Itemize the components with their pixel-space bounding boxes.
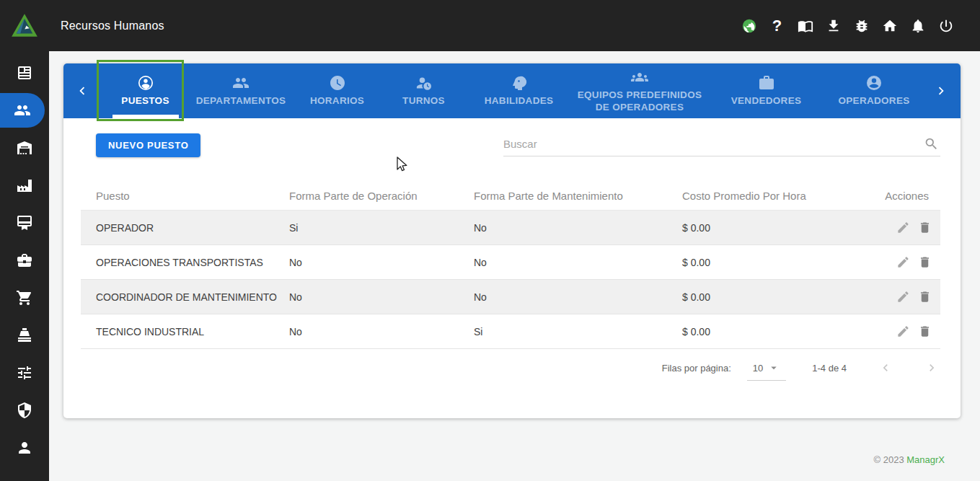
table-header: Puesto Forma Parte de Operación Forma Pa… — [81, 181, 940, 211]
edit-icon[interactable] — [896, 290, 910, 304]
tabs-scroll-right-button[interactable] — [922, 63, 961, 118]
home-icon[interactable] — [881, 17, 898, 34]
sidebar-item-human-resources[interactable] — [0, 93, 45, 128]
table-row: OPERACIONES TRANSPORTISTASNoNo$ 0.00 — [81, 245, 940, 280]
pagination: Filas por página: 10 1-4 de 4 — [63, 361, 939, 375]
edit-icon[interactable] — [896, 325, 910, 338]
cell-mantenimiento: No — [474, 291, 682, 303]
next-page-button[interactable] — [924, 361, 939, 375]
cell-actions — [862, 325, 940, 338]
cell-puesto: TECNICO INDUSTRIAL — [81, 326, 289, 337]
sidebar-item-certificate[interactable] — [0, 204, 49, 242]
tab-vendedores[interactable]: VENDEDORES — [707, 63, 826, 118]
sidebar-item-person[interactable] — [0, 429, 49, 467]
edit-icon[interactable] — [896, 221, 910, 234]
table-row: OPERADORSiNo$ 0.00 — [81, 211, 940, 245]
cell-puesto: OPERACIONES TRANSPORTISTAS — [81, 257, 289, 268]
logo-icon[interactable] — [9, 11, 40, 41]
rows-per-page-value: 10 — [753, 363, 763, 374]
previous-page-button[interactable] — [878, 361, 893, 375]
search-input[interactable] — [503, 133, 907, 154]
col-operacion-header: Forma Parte de Operación — [289, 190, 474, 202]
delete-icon[interactable] — [918, 255, 932, 269]
tab-habilidades[interactable]: HABILIDADES — [465, 63, 573, 118]
shield-icon — [16, 402, 33, 419]
news-icon — [16, 64, 33, 81]
certificate-icon — [16, 214, 33, 231]
sidebar-item-news[interactable] — [0, 54, 49, 92]
download-icon[interactable] — [825, 17, 842, 34]
tab-departamentos[interactable]: DEPARTAMENTOS — [190, 63, 292, 118]
tab-label: PUESTOS — [121, 95, 169, 107]
delete-icon[interactable] — [918, 325, 932, 338]
account-circle-outline-icon — [137, 74, 154, 92]
sidebar-item-register[interactable] — [0, 317, 49, 354]
help-icon[interactable]: ? — [769, 17, 785, 34]
cart-icon — [16, 289, 33, 306]
tab-puestos[interactable]: PUESTOS — [101, 63, 190, 118]
content-card: PUESTOSDEPARTAMENTOSHORARIOSTURNOSHABILI… — [63, 63, 961, 418]
sidebar-item-cart[interactable] — [0, 279, 49, 317]
delete-icon[interactable] — [918, 221, 932, 234]
brand-link[interactable]: ManagrX — [906, 454, 945, 465]
rows-per-page-select[interactable]: 10 — [750, 361, 783, 374]
copyright-text: © 2023 — [874, 454, 904, 465]
col-puesto-header: Puesto — [81, 190, 289, 202]
person-clock-icon — [415, 74, 433, 92]
edit-icon[interactable] — [896, 255, 910, 269]
clock-icon — [329, 74, 346, 92]
table-row: COORDINADOR DE MANTENIMIENTONoNo$ 0.00 — [81, 280, 940, 314]
book-icon[interactable] — [797, 17, 813, 34]
tab-equipos-predefinidos-de-operadores[interactable]: EQUIPOS PREDEFINIDOS DE OPERADORES — [573, 63, 707, 118]
tab-label: TURNOS — [402, 95, 445, 107]
cell-operacion: No — [289, 326, 474, 337]
people-icon — [232, 74, 250, 92]
tabs-scroll-left-button[interactable] — [63, 63, 101, 118]
delete-icon[interactable] — [918, 290, 932, 304]
topbar-actions: ? — [741, 17, 954, 34]
sidebar-item-toolbox[interactable] — [0, 242, 49, 279]
register-icon — [16, 327, 33, 344]
tab-label: HABILIDADES — [485, 95, 554, 107]
puestos-table: Puesto Forma Parte de Operación Forma Pa… — [81, 181, 940, 349]
new-puesto-button[interactable]: NUEVO PUESTO — [96, 133, 200, 157]
tab-label: EQUIPOS PREDEFINIDOS DE OPERADORES — [573, 89, 707, 112]
globe-icon[interactable] — [741, 17, 757, 34]
sidebar-item-tune[interactable] — [0, 354, 49, 392]
sidebar-item-warehouse[interactable] — [0, 129, 49, 167]
pagination-range: 1-4 de 4 — [812, 363, 847, 374]
cell-costo: $ 0.00 — [682, 326, 862, 337]
sidebar — [0, 51, 49, 481]
briefcase-icon — [758, 74, 775, 92]
search-field — [503, 133, 940, 156]
cell-costo: $ 0.00 — [682, 222, 862, 234]
bell-icon[interactable] — [909, 17, 926, 34]
sidebar-item-shield[interactable] — [0, 392, 49, 429]
cell-operacion: No — [289, 291, 474, 303]
cell-actions — [862, 221, 940, 234]
cell-actions — [862, 255, 940, 269]
groups-icon — [631, 69, 648, 86]
toolbar: NUEVO PUESTO — [63, 118, 961, 157]
sidebar-item-factory[interactable] — [0, 167, 49, 204]
tabs-strip: PUESTOSDEPARTAMENTOSHORARIOSTURNOSHABILI… — [101, 63, 922, 118]
power-icon[interactable] — [937, 17, 954, 34]
search-icon[interactable] — [924, 136, 939, 151]
tab-horarios[interactable]: HORARIOS — [292, 63, 383, 118]
cell-mantenimiento: No — [474, 257, 682, 268]
warehouse-icon — [16, 139, 33, 156]
cell-costo: $ 0.00 — [682, 291, 862, 303]
tab-label: HORARIOS — [310, 95, 364, 107]
person-icon — [16, 439, 33, 456]
cell-puesto: OPERADOR — [81, 222, 289, 234]
bug-icon[interactable] — [853, 17, 870, 34]
tab-label: OPERADORES — [839, 95, 910, 107]
cell-operacion: Si — [289, 222, 474, 234]
tab-operadores[interactable]: OPERADORES — [826, 63, 922, 118]
cell-mantenimiento: Si — [474, 326, 682, 337]
tab-turnos[interactable]: TURNOS — [383, 63, 465, 118]
cell-costo: $ 0.00 — [682, 257, 862, 268]
caret-down-icon — [767, 361, 780, 374]
tab-label: VENDEDORES — [731, 95, 802, 107]
page-title: Recursos Humanos — [61, 19, 164, 32]
